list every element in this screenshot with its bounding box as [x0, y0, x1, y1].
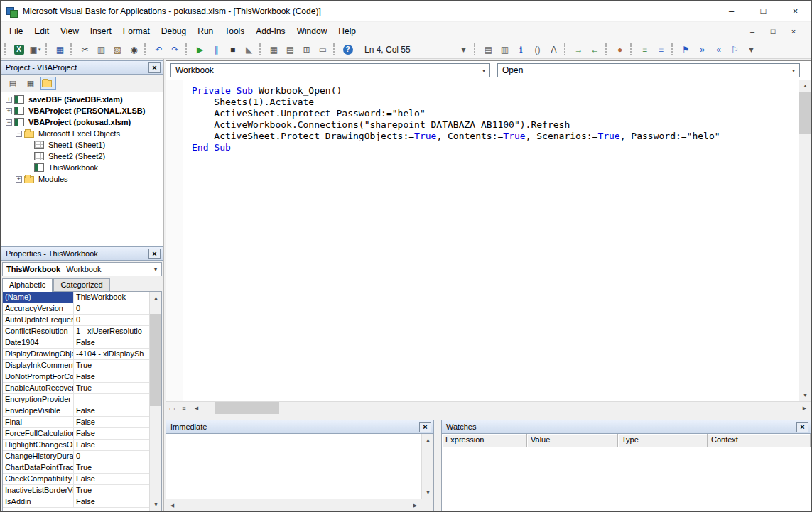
scroll-left-icon[interactable]: ◀	[190, 402, 202, 414]
menu-item-insert[interactable]: Insert	[85, 23, 117, 39]
close-button[interactable]: ×	[779, 1, 811, 21]
paste-button[interactable]: ▧	[109, 42, 126, 58]
scroll-down-icon[interactable]: ▼	[799, 389, 811, 401]
property-value[interactable]: False	[74, 440, 149, 450]
menu-item-window[interactable]: Window	[291, 23, 333, 39]
clear-all-bookmarks-button[interactable]: ⚐	[727, 42, 743, 58]
property-row-forcefullcalculation[interactable]: ForceFullCalculationFalse	[3, 428, 149, 440]
property-row-isaddin[interactable]: IsAddinFalse	[3, 496, 149, 508]
property-row-autoupdatefrequen[interactable]: AutoUpdateFrequen0	[3, 315, 149, 326]
help-button[interactable]: ?	[340, 42, 356, 58]
code-text[interactable]: Private Sub Workbook_Open() Sheets(1).Ac…	[183, 80, 799, 401]
tree-item-vbaproject-pokusad-xlsm[interactable]: −VBAProject (pokusad.xlsm)	[1, 116, 163, 128]
property-value[interactable]: 0	[74, 315, 149, 325]
menu-item-add-ins[interactable]: Add-Ins	[250, 23, 291, 39]
menu-item-view[interactable]: View	[55, 23, 85, 39]
property-row-displaydrawingobje[interactable]: DisplayDrawingObje-4104 - xlDisplaySh	[3, 349, 149, 360]
property-value[interactable]	[74, 394, 149, 405]
tree-item-savedbf-savedbf-xlam[interactable]: +saveDBF (SaveDBF.xlam)	[1, 94, 163, 105]
menu-item-debug[interactable]: Debug	[156, 23, 192, 39]
property-row-checkcompatibility[interactable]: CheckCompatibilityFalse	[3, 474, 149, 485]
list-properties-methods-button[interactable]: ▤	[480, 42, 497, 58]
tab-categorized[interactable]: Categorized	[53, 278, 109, 291]
reset-button[interactable]: ■	[224, 42, 241, 58]
project-explorer-button[interactable]: ▦	[266, 42, 282, 58]
property-value[interactable]: 0	[74, 451, 149, 462]
immediate-horizontal-scrollbar[interactable]: ◀ ▶	[166, 499, 433, 511]
procedure-dropdown[interactable]: Open ▾	[497, 63, 800, 77]
immediate-vertical-scrollbar[interactable]: ▲ ▼	[421, 434, 433, 499]
property-value[interactable]: False	[74, 428, 149, 439]
code-hscroll-track[interactable]	[202, 402, 799, 414]
toggle-folders-button[interactable]	[40, 77, 56, 90]
scroll-right-icon[interactable]: ▶	[409, 499, 421, 511]
scroll-right-icon[interactable]: ▶	[799, 402, 811, 414]
watches-column-expression[interactable]: Expression	[442, 434, 527, 447]
mdi-minimize-button[interactable]: –	[743, 25, 762, 38]
tree-item-thisworkbook[interactable]: ThisWorkbook	[1, 162, 163, 173]
tree-item-sheet2-sheet2[interactable]: Sheet2 (Sheet2)	[1, 151, 163, 162]
properties-scrollbar[interactable]: ▲ ▼	[149, 292, 161, 511]
next-bookmark-button[interactable]: »	[694, 42, 710, 58]
property-value[interactable]: 1 - xlUserResolutio	[74, 326, 149, 337]
indent-button[interactable]: →	[570, 42, 587, 58]
expand-icon[interactable]: +	[16, 176, 22, 183]
property-value[interactable]: False	[74, 496, 149, 507]
complete-word-button[interactable]: A	[546, 42, 562, 58]
view-object-button[interactable]: ▦	[23, 77, 38, 90]
expand-icon[interactable]: +	[6, 97, 12, 103]
quick-info-button[interactable]: ℹ	[513, 42, 529, 58]
toolbox-button[interactable]: ▭	[315, 42, 331, 58]
menu-item-help[interactable]: Help	[332, 23, 362, 39]
scroll-up-icon[interactable]: ▲	[150, 292, 162, 304]
property-value[interactable]: True	[74, 462, 149, 473]
property-row-displayinkcomments[interactable]: DisplayInkCommentsTrue	[3, 360, 149, 371]
save-button[interactable]: ▦	[52, 42, 68, 58]
object-browser-button[interactable]: ⊞	[298, 42, 315, 58]
properties-panel-close-button[interactable]: ×	[148, 249, 161, 259]
menu-item-edit[interactable]: Edit	[28, 23, 55, 39]
toggle-bookmark-button[interactable]: ⚑	[678, 42, 694, 58]
scroll-left-icon[interactable]: ◀	[166, 499, 178, 511]
tree-item-microsoft-excel-objects[interactable]: −Microsoft Excel Objects	[1, 128, 163, 139]
chevron-down-icon[interactable]: ▾	[788, 67, 799, 74]
watches-column-type[interactable]: Type	[618, 434, 708, 447]
immediate-close-button[interactable]: ×	[419, 422, 431, 432]
property-row-accuracyversion[interactable]: AccuracyVersion0	[3, 303, 149, 315]
view-code-button[interactable]: ▤	[5, 77, 21, 90]
code-hscroll-thumb[interactable]	[215, 402, 279, 414]
properties-scroll-thumb[interactable]	[150, 314, 162, 406]
full-module-view-button[interactable]: ≡	[178, 402, 190, 414]
scroll-up-icon[interactable]: ▲	[799, 80, 811, 92]
list-constants-button[interactable]: ▥	[497, 42, 513, 58]
chevron-down-icon[interactable]: ▾	[150, 266, 161, 273]
property-value[interactable]: ThisWorkbook	[74, 292, 149, 303]
property-row-encryptionprovider[interactable]: EncryptionProvider	[3, 394, 149, 405]
code-vscroll-thumb[interactable]	[799, 92, 811, 134]
mdi-close-button[interactable]: ×	[784, 25, 803, 38]
toolbar-options-button[interactable]: ▾	[455, 42, 472, 58]
chevron-down-icon[interactable]: ▾	[478, 67, 489, 74]
menu-item-format[interactable]: Format	[117, 23, 156, 39]
design-mode-button[interactable]: ◣	[241, 42, 257, 58]
margin-indicator-bar[interactable]	[166, 80, 183, 401]
property-row-changehistorydurat[interactable]: ChangeHistoryDurat0	[3, 451, 149, 462]
watches-column-value[interactable]: Value	[527, 434, 618, 447]
toggle-breakpoint-button[interactable]: ●	[612, 42, 628, 58]
property-value[interactable]: True	[74, 383, 149, 393]
code-vscroll-track[interactable]	[799, 92, 811, 389]
collapse-icon[interactable]: −	[16, 131, 22, 137]
comment-block-button[interactable]: ≡	[637, 42, 653, 58]
property-row-conflictresolution[interactable]: ConflictResolution1 - xlUserResolutio	[3, 326, 149, 337]
property-row-final[interactable]: FinalFalse	[3, 417, 149, 428]
watches-close-button[interactable]: ×	[796, 422, 808, 432]
minimize-button[interactable]: –	[715, 1, 747, 21]
maximize-button[interactable]: □	[747, 1, 779, 21]
code-editor[interactable]: Private Sub Workbook_Open() Sheets(1).Ac…	[166, 80, 811, 401]
outdent-button[interactable]: ←	[587, 42, 603, 58]
view-microsoft-excel-button[interactable]: X	[11, 42, 27, 58]
procedure-view-button[interactable]: ▭	[166, 402, 178, 414]
properties-scroll-track[interactable]	[150, 304, 162, 499]
property-row-date1904[interactable]: Date1904False	[3, 337, 149, 349]
property-value[interactable]: False	[74, 417, 149, 427]
